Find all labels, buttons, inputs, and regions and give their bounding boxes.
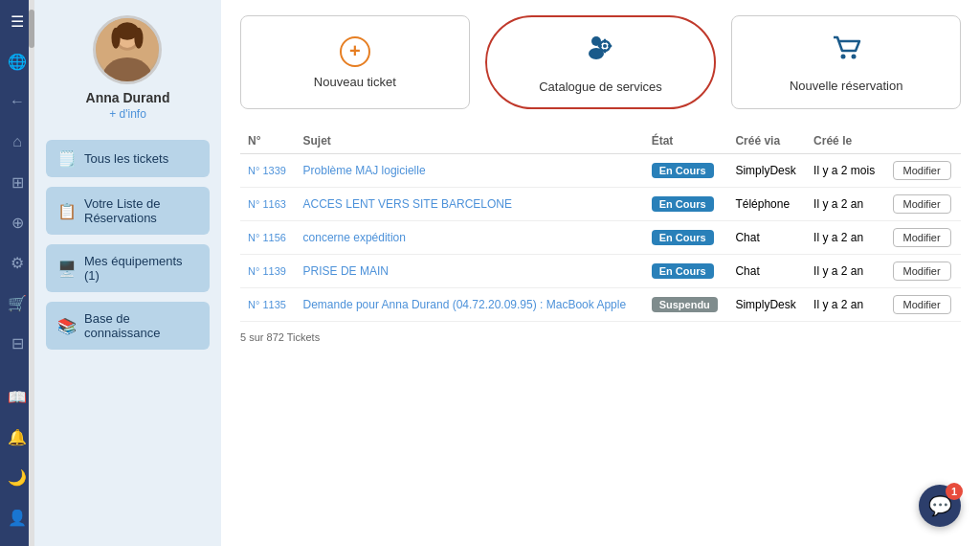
ticket-modifier[interactable]: Modifier <box>885 255 961 288</box>
cart-reservation-icon <box>830 32 862 71</box>
nav-item-base-connaissance[interactable]: 📚 Base de connaissance <box>46 302 210 350</box>
ticket-etat: En Cours <box>644 188 728 221</box>
avatar-image <box>96 15 159 81</box>
book-icon: 📚 <box>57 317 77 335</box>
col-num: N° <box>240 128 296 154</box>
menu-icon[interactable]: ☰ <box>4 8 31 34</box>
user-name: Anna Durand <box>86 90 170 105</box>
catalogue-icon <box>584 31 618 72</box>
ticket-etat: En Cours <box>644 221 728 255</box>
grid-icon[interactable]: ⊞ <box>4 169 31 195</box>
col-sujet: Sujet <box>296 128 644 154</box>
cart-icon[interactable]: 🛒 <box>4 289 31 316</box>
ticket-cree-le: Il y a 2 an <box>806 188 884 221</box>
ticket-num: N° 1163 <box>240 188 296 221</box>
globe-icon[interactable]: 🌐 <box>4 48 31 75</box>
nouveau-ticket-button[interactable]: + Nouveau ticket <box>240 15 470 109</box>
nav-label-base: Base de connaissance <box>84 311 198 340</box>
nav-item-tous-tickets[interactable]: 🗒️ Tous les tickets <box>46 140 210 177</box>
nouvelle-reservation-label: Nouvelle réservation <box>790 79 903 93</box>
svg-point-20 <box>852 55 857 59</box>
tickets-table: N° Sujet État Créé via Créé le N° 1339 P… <box>240 128 961 322</box>
ticket-num: N° 1339 <box>240 154 296 188</box>
modifier-button[interactable]: Modifier <box>893 228 951 247</box>
svg-point-10 <box>603 44 607 48</box>
chat-button[interactable]: 💬 1 <box>919 485 961 527</box>
tickets-icon: 🗒️ <box>57 149 77 168</box>
col-actions <box>885 128 961 154</box>
ticket-subject[interactable]: concerne expédition <box>296 221 644 255</box>
ticket-cree-le: Il y a 2 an <box>806 255 884 288</box>
table-row: N° 1156 concerne expédition En Cours Cha… <box>240 221 961 255</box>
ticket-cree-via: SimplyDesk <box>727 288 806 322</box>
nav-label-equipements: Mes équipements (1) <box>84 254 198 283</box>
alert-icon[interactable]: 🔔 <box>4 423 31 450</box>
table-row: N° 1163 ACCES LENT VERS SITE BARCELONE E… <box>240 188 961 221</box>
nav-item-reservations[interactable]: 📋 Votre Liste de Réservations <box>46 187 210 235</box>
table-row: N° 1139 PRISE DE MAIN En Cours Chat Il y… <box>240 255 961 288</box>
nav-item-equipements[interactable]: 🖥️ Mes équipements (1) <box>46 244 210 292</box>
plus-circle-icon[interactable]: ⊕ <box>4 209 31 236</box>
svg-point-19 <box>841 55 846 59</box>
modifier-button[interactable]: Modifier <box>893 161 951 180</box>
nav-label-reservations: Votre Liste de Réservations <box>84 196 198 225</box>
chat-badge: 1 <box>946 483 963 500</box>
ticket-etat: Suspendu <box>644 288 728 322</box>
ticket-subject[interactable]: Problème MAJ logicielle <box>296 154 644 188</box>
col-cree-le: Créé le <box>806 128 884 154</box>
ticket-etat: En Cours <box>644 154 728 188</box>
plus-circle-icon: + <box>340 36 370 67</box>
ticket-subject[interactable]: ACCES LENT VERS SITE BARCELONE <box>296 188 644 221</box>
ticket-modifier[interactable]: Modifier <box>885 154 961 188</box>
ticket-cree-via: SimplyDesk <box>727 154 806 188</box>
user-bottom-icon[interactable]: 👤 <box>4 504 31 531</box>
col-cree-via: Créé via <box>727 128 806 154</box>
catalogue-services-button[interactable]: Catalogue de services <box>485 15 717 109</box>
ticket-cree-le: Il y a 2 an <box>806 288 884 322</box>
ticket-cree-le: Il y a 2 mois <box>806 154 884 188</box>
reservations-icon: 📋 <box>57 202 77 220</box>
ticket-modifier[interactable]: Modifier <box>885 188 961 221</box>
ticket-modifier[interactable]: Modifier <box>885 221 961 255</box>
ticket-num: N° 1135 <box>240 288 296 322</box>
home-icon[interactable]: ⌂ <box>4 128 31 155</box>
scrollbar-thumb[interactable] <box>29 10 34 48</box>
nav-label-tous-tickets: Tous les tickets <box>84 151 168 166</box>
back-icon[interactable]: ← <box>4 88 31 115</box>
ticket-cree-le: Il y a 2 an <box>806 221 884 255</box>
settings-icon[interactable]: ⚙ <box>4 249 31 276</box>
user-info-link[interactable]: + d'info <box>109 107 146 121</box>
table-row: N° 1135 Demande pour Anna Durand (04.72.… <box>240 288 961 322</box>
icon-sidebar: ☰ 🌐 ← ⌂ ⊞ ⊕ ⚙ 🛒 ⊟ 📖 🔔 🌙 👤 <box>0 0 34 546</box>
ticket-num: N° 1139 <box>240 255 296 288</box>
moon-icon[interactable]: 🌙 <box>4 464 31 490</box>
tickets-count: 5 sur 872 Tickets <box>240 331 961 343</box>
svg-point-6 <box>135 28 144 49</box>
main-content: + Nouveau ticket <box>221 0 980 546</box>
col-etat: État <box>644 128 728 154</box>
user-profile: Anna Durand + d'info <box>86 15 170 121</box>
modifier-button[interactable]: Modifier <box>893 262 951 281</box>
action-buttons-row: + Nouveau ticket <box>240 15 961 109</box>
ticket-subject[interactable]: Demande pour Anna Durand (04.72.20.09.95… <box>296 288 644 322</box>
ticket-cree-via: Chat <box>727 255 806 288</box>
ticket-cree-via: Chat <box>727 221 806 255</box>
scrollbar-track[interactable] <box>29 0 34 546</box>
ticket-etat: En Cours <box>644 255 728 288</box>
book-bottom-icon[interactable]: 📖 <box>4 383 31 410</box>
nouveau-ticket-label: Nouveau ticket <box>314 75 396 89</box>
equipements-icon: 🖥️ <box>57 260 77 278</box>
table-row: N° 1339 Problème MAJ logicielle En Cours… <box>240 154 961 188</box>
apps-icon[interactable]: ⊟ <box>4 330 31 356</box>
avatar <box>93 15 162 84</box>
modifier-button[interactable]: Modifier <box>893 295 951 314</box>
ticket-modifier[interactable]: Modifier <box>885 288 961 322</box>
left-nav-panel: Anna Durand + d'info 🗒️ Tous les tickets… <box>34 0 221 546</box>
nouvelle-reservation-button[interactable]: Nouvelle réservation <box>731 15 961 109</box>
ticket-num: N° 1156 <box>240 221 296 255</box>
modifier-button[interactable]: Modifier <box>893 194 951 214</box>
ticket-cree-via: Téléphone <box>727 188 806 221</box>
svg-point-5 <box>112 28 121 49</box>
ticket-subject[interactable]: PRISE DE MAIN <box>296 255 644 288</box>
catalogue-services-label: Catalogue de services <box>539 80 662 94</box>
